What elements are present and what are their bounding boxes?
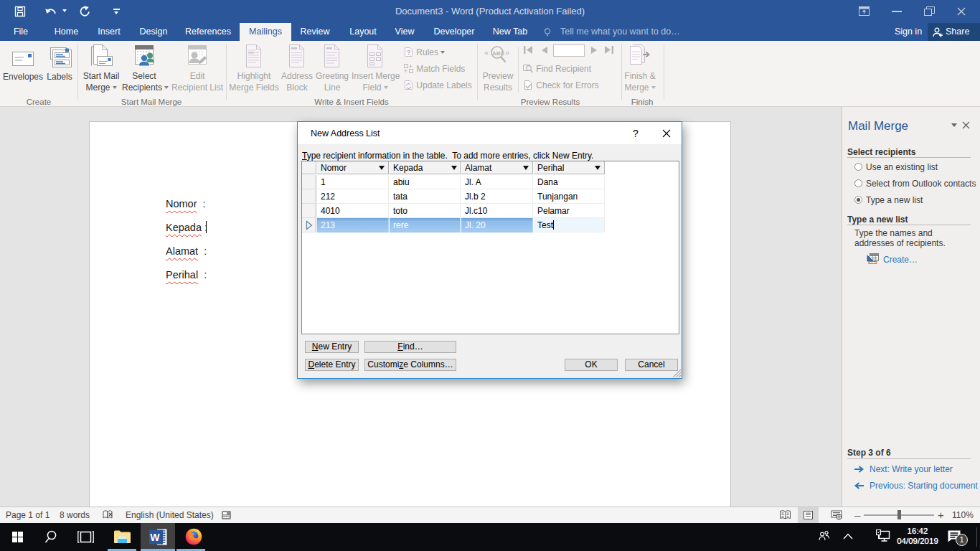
svg-text:ABC: ABC (492, 50, 505, 57)
svg-text:W: W (150, 532, 160, 543)
svg-text:«: « (484, 48, 489, 57)
svg-text:?: ? (407, 49, 411, 56)
svg-text:»: » (505, 48, 509, 57)
